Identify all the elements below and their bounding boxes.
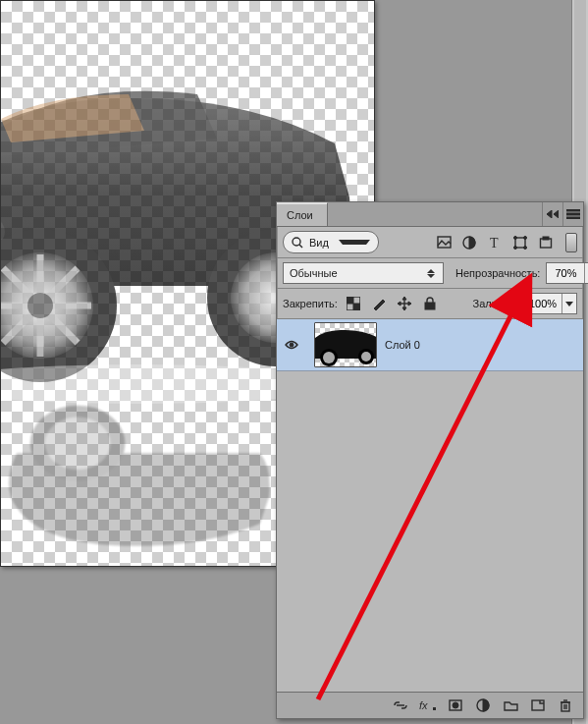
svg-rect-47 — [433, 707, 436, 710]
trash-icon — [560, 698, 571, 712]
lock-all-button[interactable] — [420, 294, 440, 313]
panel-menu-button[interactable] — [562, 202, 583, 226]
filter-type-button[interactable]: T — [485, 233, 505, 252]
panel-collapse-button[interactable] — [542, 202, 562, 226]
svg-point-13 — [45, 418, 111, 470]
svg-point-49 — [453, 702, 458, 708]
lock-fill-row: Закрепить: Заливка: — [277, 289, 583, 319]
visibility-toggle[interactable] — [277, 340, 306, 350]
svg-marker-14 — [547, 210, 552, 218]
filter-row: Вид T — [277, 227, 583, 258]
adjustment-layer-icon — [476, 698, 490, 712]
filter-adjust-button[interactable] — [459, 233, 479, 252]
fill-label: Заливка: — [473, 298, 517, 309]
link-icon — [393, 700, 408, 710]
new-layer-icon — [531, 699, 545, 711]
adjustment-layer-button[interactable] — [473, 696, 493, 715]
layer-thumbnail[interactable] — [314, 322, 377, 367]
svg-point-45 — [361, 352, 371, 362]
layer-name-label[interactable]: Слой 0 — [385, 339, 583, 351]
svg-text:T: T — [490, 236, 499, 250]
svg-point-43 — [323, 352, 335, 363]
opacity-dropdown[interactable] — [584, 263, 588, 283]
adjustments-icon — [462, 236, 476, 250]
group-button[interactable] — [501, 696, 520, 715]
search-icon — [292, 237, 303, 249]
folder-icon — [504, 699, 518, 711]
chevron-down-icon — [565, 302, 573, 306]
svg-marker-39 — [408, 302, 411, 306]
filter-smart-button[interactable] — [536, 233, 556, 252]
panel-footer: fx — [277, 692, 583, 718]
svg-rect-51 — [532, 700, 544, 710]
blend-mode-value: Обычные — [290, 267, 338, 279]
titlebar-spacer — [328, 202, 542, 226]
svg-marker-38 — [398, 302, 401, 306]
opacity-value-field[interactable] — [547, 263, 584, 283]
lock-icon — [424, 297, 436, 310]
image-icon — [437, 236, 452, 249]
opacity-input[interactable] — [546, 262, 588, 284]
svg-marker-37 — [402, 307, 406, 310]
svg-rect-30 — [543, 237, 549, 240]
fill-value-field[interactable] — [524, 294, 561, 313]
filter-type-label: Вид — [309, 237, 333, 249]
svg-point-19 — [293, 238, 300, 246]
svg-marker-36 — [402, 297, 406, 300]
menu-icon — [566, 209, 580, 219]
panel-titlebar[interactable]: Слои — [277, 202, 583, 227]
updown-icon — [425, 269, 437, 278]
svg-rect-52 — [561, 702, 569, 711]
fill-input[interactable] — [523, 293, 577, 314]
filter-type-select[interactable]: Вид — [283, 231, 379, 253]
svg-rect-31 — [347, 297, 353, 304]
filter-toggle[interactable] — [565, 233, 577, 252]
svg-line-20 — [299, 245, 302, 248]
svg-point-8 — [27, 293, 53, 318]
lock-pixels-button[interactable] — [344, 294, 363, 313]
filter-shape-button[interactable] — [510, 233, 530, 252]
svg-point-27 — [514, 246, 517, 249]
svg-point-41 — [290, 343, 294, 347]
eye-icon — [285, 340, 298, 350]
layer-list[interactable]: Слой 0 — [277, 319, 583, 692]
filter-pixel-button[interactable] — [434, 233, 454, 252]
svg-point-28 — [524, 246, 527, 249]
checker-icon — [347, 297, 360, 310]
shape-icon — [513, 236, 527, 250]
new-layer-button[interactable] — [528, 696, 548, 715]
smart-object-icon — [539, 236, 553, 250]
fx-button[interactable]: fx — [418, 696, 438, 715]
thumbnail-car — [314, 325, 377, 367]
lock-label: Закрепить: — [283, 298, 338, 309]
layers-panel: Слои Вид T — [276, 201, 584, 719]
chevron-down-icon — [339, 240, 370, 245]
svg-point-25 — [514, 236, 517, 239]
svg-marker-15 — [554, 210, 559, 218]
layer-item[interactable]: Слой 0 — [277, 319, 583, 371]
svg-point-26 — [524, 236, 527, 239]
fill-dropdown[interactable] — [561, 294, 576, 313]
panel-title-text: Слои — [287, 209, 313, 221]
svg-rect-32 — [353, 304, 360, 310]
opacity-label: Непрозрачность: — [455, 267, 540, 279]
mask-icon — [449, 699, 462, 711]
collapse-icon — [547, 210, 559, 218]
brush-icon — [372, 297, 386, 310]
link-layers-button[interactable] — [391, 696, 410, 715]
panel-tab-layers[interactable]: Слои — [277, 202, 328, 226]
svg-rect-18 — [566, 217, 580, 219]
svg-rect-17 — [566, 213, 580, 215]
mask-button[interactable] — [446, 696, 465, 715]
lock-image-button[interactable] — [369, 294, 389, 313]
svg-rect-40 — [425, 303, 435, 309]
delete-layer-button[interactable] — [556, 696, 575, 715]
type-icon: T — [488, 236, 502, 250]
svg-rect-24 — [515, 238, 525, 248]
svg-text:fx: fx — [419, 699, 428, 711]
move-icon — [398, 297, 411, 310]
fx-icon: fx — [419, 699, 437, 711]
lock-position-button[interactable] — [395, 294, 414, 313]
blend-mode-select[interactable]: Обычные — [283, 262, 444, 284]
svg-rect-16 — [566, 209, 580, 211]
